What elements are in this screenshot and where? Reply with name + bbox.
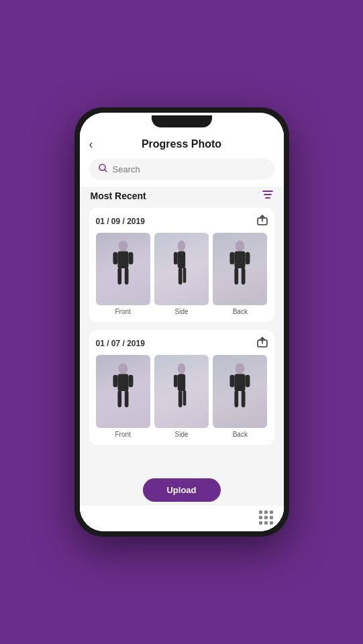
photo-card-1: 01 / 09 / 2019 [89, 208, 274, 322]
svg-rect-37 [242, 390, 246, 407]
grid-dot [270, 516, 273, 519]
grid-dot [259, 516, 262, 519]
notch [152, 115, 212, 127]
svg-rect-33 [235, 374, 246, 390]
svg-rect-23 [113, 374, 117, 386]
svg-rect-13 [183, 268, 187, 283]
screen-content: ‹ Progress Photo [80, 131, 284, 531]
photo-label-back-1: Back [233, 308, 248, 315]
svg-rect-26 [124, 390, 128, 407]
svg-rect-15 [235, 252, 246, 268]
svg-rect-30 [178, 390, 183, 407]
grid-dot [264, 511, 268, 514]
svg-point-9 [178, 241, 186, 252]
search-input[interactable] [113, 164, 265, 174]
search-icon [99, 164, 107, 174]
photo-item: Front [96, 233, 150, 315]
photo-item: Side [154, 233, 209, 315]
svg-rect-11 [174, 252, 178, 264]
svg-rect-6 [128, 252, 133, 264]
grid-dot [259, 511, 262, 514]
photo-side-2[interactable] [154, 355, 209, 427]
svg-rect-24 [128, 374, 133, 386]
photo-item: Front [96, 355, 150, 437]
card-date-2: 01 / 07 / 2019 [96, 339, 145, 348]
card-header-2: 01 / 07 / 2019 [96, 337, 268, 350]
back-button[interactable]: ‹ [89, 138, 93, 150]
svg-rect-19 [242, 268, 246, 284]
svg-line-1 [105, 170, 107, 172]
search-box [89, 158, 274, 180]
svg-rect-4 [117, 252, 128, 268]
photo-front-2[interactable] [96, 355, 150, 427]
svg-rect-5 [113, 252, 117, 264]
notch-area [80, 113, 284, 131]
svg-point-27 [178, 363, 186, 374]
svg-rect-31 [183, 390, 187, 405]
upload-btn-container: Upload [142, 478, 220, 502]
svg-rect-10 [178, 252, 186, 268]
grid-menu-icon[interactable] [259, 511, 273, 525]
section-header: Most Recent [89, 189, 274, 203]
share-icon-2[interactable] [257, 337, 268, 350]
bottom-nav [80, 506, 284, 531]
photo-back-1[interactable] [213, 233, 267, 305]
photo-item: Side [154, 355, 209, 437]
svg-rect-16 [230, 252, 235, 264]
svg-point-14 [236, 241, 245, 252]
svg-rect-12 [178, 268, 183, 284]
card-header-1: 01 / 09 / 2019 [96, 215, 268, 227]
photo-side-1[interactable] [154, 233, 209, 305]
grid-dot [270, 511, 273, 514]
upload-button[interactable]: Upload [142, 478, 220, 502]
grid-dot [259, 521, 262, 525]
svg-point-32 [236, 363, 245, 374]
content-area: Most Recent 01 / 09 / 2019 [80, 186, 284, 506]
svg-rect-8 [124, 268, 128, 284]
grid-dot [264, 521, 268, 525]
svg-point-3 [118, 241, 127, 252]
phone-screen: ‹ Progress Photo [80, 113, 284, 531]
svg-rect-29 [174, 374, 178, 386]
photo-label-front-1: Front [115, 308, 130, 315]
grid-dot [270, 521, 273, 525]
share-icon-1[interactable] [257, 215, 268, 227]
svg-rect-36 [235, 390, 239, 407]
photo-card-2: 01 / 07 / 2019 [89, 330, 274, 444]
svg-point-21 [118, 363, 127, 374]
svg-rect-25 [117, 390, 121, 407]
header: ‹ Progress Photo [80, 131, 284, 156]
photo-label-side-2: Side [174, 431, 188, 438]
photo-item: Back [213, 233, 267, 315]
svg-rect-18 [235, 268, 239, 284]
svg-rect-28 [178, 374, 186, 390]
svg-rect-35 [246, 374, 250, 386]
svg-rect-7 [117, 268, 121, 284]
photos-row-2: Front [96, 355, 268, 437]
photo-front-1[interactable] [96, 233, 150, 305]
section-title: Most Recent [91, 191, 146, 201]
search-container [80, 156, 284, 186]
svg-rect-34 [230, 374, 235, 386]
card-date-1: 01 / 09 / 2019 [96, 217, 145, 226]
photo-back-2[interactable] [213, 355, 267, 427]
photo-label-back-2: Back [233, 431, 248, 438]
grid-dot [264, 516, 268, 519]
svg-rect-22 [117, 374, 128, 390]
svg-rect-17 [246, 252, 250, 264]
photo-label-side-1: Side [174, 308, 188, 315]
phone-frame: ‹ Progress Photo [74, 107, 289, 537]
page-title: Progress Photo [142, 138, 221, 150]
photo-label-front-2: Front [115, 431, 130, 438]
filter-icon[interactable] [262, 189, 273, 203]
photo-item: Back [213, 355, 267, 437]
photos-row-1: Front [96, 233, 268, 315]
